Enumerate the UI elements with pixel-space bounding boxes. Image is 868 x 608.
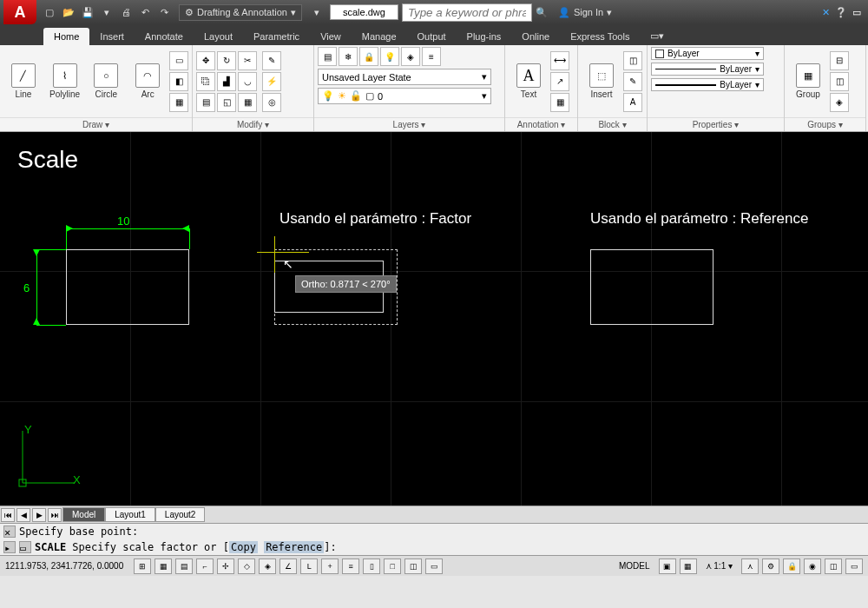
sb-tpy-icon[interactable]: ▯ bbox=[363, 558, 380, 574]
color-combo[interactable]: ByLayer▾ bbox=[651, 47, 764, 60]
sb-grid-icon[interactable]: ▤ bbox=[175, 558, 193, 574]
cmd-option-copy[interactable]: Copy bbox=[229, 541, 258, 553]
tool-table-icon[interactable]: ▦ bbox=[550, 93, 569, 112]
qat-dropdown-icon[interactable]: ▾ bbox=[308, 3, 326, 21]
sb-layout-icon[interactable]: ▣ bbox=[659, 558, 676, 574]
tab-output[interactable]: Output bbox=[407, 28, 457, 45]
app-logo[interactable]: A bbox=[3, 0, 36, 24]
exchange-icon[interactable]: ✕ bbox=[822, 7, 830, 18]
search-icon[interactable]: 🔍 bbox=[533, 3, 550, 21]
tool-line[interactable]: ╱Line bbox=[3, 60, 43, 102]
qat-saveas-icon[interactable]: ▾ bbox=[98, 3, 115, 21]
layout-nav-last-icon[interactable]: ⏭ bbox=[48, 508, 62, 522]
tool-group-edit-icon[interactable]: ◫ bbox=[830, 72, 849, 91]
tool-fillet-icon[interactable]: ◡ bbox=[238, 72, 257, 91]
panel-label-properties[interactable]: Properties ▾ bbox=[648, 117, 784, 131]
sb-ws-icon[interactable]: ⚙ bbox=[762, 558, 779, 574]
help-icon[interactable]: ❔ bbox=[835, 7, 847, 18]
sb-clean-icon[interactable]: ▭ bbox=[845, 558, 863, 574]
cmd-option-reference[interactable]: Reference bbox=[264, 541, 324, 553]
sb-3dosnap-icon[interactable]: ◈ bbox=[259, 558, 276, 574]
sb-polar-icon[interactable]: ✢ bbox=[217, 558, 234, 574]
layout-nav-prev-icon[interactable]: ◀ bbox=[16, 508, 30, 522]
tool-mirror-icon[interactable]: ▟ bbox=[217, 72, 236, 91]
tab-online[interactable]: Online bbox=[511, 28, 560, 45]
tool-copy-icon[interactable]: ⿻ bbox=[196, 72, 215, 91]
tool-group[interactable]: ▦Group bbox=[788, 60, 828, 102]
sb-annovis-icon[interactable]: ⋏ bbox=[741, 558, 759, 574]
qat-open-icon[interactable]: 📂 bbox=[60, 3, 77, 21]
sb-qview-icon[interactable]: ▦ bbox=[680, 558, 697, 574]
tool-group-sel-icon[interactable]: ◈ bbox=[830, 93, 849, 112]
status-annoscale[interactable]: ⋏ 1:1 ▾ bbox=[700, 561, 738, 571]
layout-nav-next-icon[interactable]: ▶ bbox=[32, 508, 46, 522]
status-coordinates[interactable]: 1211.9753, 2341.7726, 0.0000 bbox=[5, 561, 123, 571]
drawing-canvas[interactable]: Scale Usando el parámetro : Factor Usand… bbox=[0, 132, 868, 506]
panel-label-draw[interactable]: Draw ▾ bbox=[0, 117, 192, 131]
status-model[interactable]: MODEL bbox=[614, 561, 655, 571]
cmd-recent-icon[interactable]: ▭ bbox=[19, 541, 31, 553]
linetype-combo[interactable]: ByLayer▾ bbox=[651, 63, 764, 76]
tool-arc[interactable]: ◠Arc bbox=[128, 60, 168, 102]
layer-lock-icon[interactable]: 🔒 bbox=[359, 47, 378, 66]
sb-hw-icon[interactable]: ◉ bbox=[804, 558, 821, 574]
tab-plugins[interactable]: Plug-ins bbox=[457, 28, 512, 45]
sb-sc-icon[interactable]: ◫ bbox=[404, 558, 422, 574]
tool-move-icon[interactable]: ✥ bbox=[196, 51, 215, 70]
tool-create-block-icon[interactable]: ◫ bbox=[623, 51, 642, 70]
tool-insert[interactable]: ⬚Insert bbox=[582, 60, 621, 102]
qat-redo-icon[interactable]: ↷ bbox=[155, 3, 173, 21]
panel-label-layers[interactable]: Layers ▾ bbox=[314, 117, 504, 131]
layout-tab-layout2[interactable]: Layout2 bbox=[155, 507, 206, 522]
layout-tab-layout1[interactable]: Layout1 bbox=[105, 507, 155, 522]
search-input[interactable] bbox=[402, 3, 532, 22]
layout-tab-model[interactable]: Model bbox=[62, 507, 105, 522]
sb-otrack-icon[interactable]: ∠ bbox=[279, 558, 297, 574]
layer-freeze-icon[interactable]: ❄ bbox=[339, 47, 358, 66]
tab-annotate[interactable]: Annotate bbox=[135, 28, 194, 45]
panel-label-block[interactable]: Block ▾ bbox=[578, 117, 647, 131]
qat-undo-icon[interactable]: ↶ bbox=[136, 3, 154, 21]
sb-infer-icon[interactable]: ⊞ bbox=[134, 558, 151, 574]
tab-layout[interactable]: Layout bbox=[194, 28, 243, 45]
tool-rotate-icon[interactable]: ↻ bbox=[217, 51, 236, 70]
tool-stretch-icon[interactable]: ▤ bbox=[196, 93, 215, 112]
tool-erase-icon[interactable]: ✎ bbox=[262, 51, 281, 70]
sb-ortho-icon[interactable]: ⌐ bbox=[196, 558, 214, 574]
tool-polyline[interactable]: ⌇Polyline bbox=[45, 60, 85, 102]
layer-off-icon[interactable]: 💡 bbox=[380, 47, 399, 66]
tool-offset-icon[interactable]: ◎ bbox=[262, 93, 281, 112]
tool-attr-icon[interactable]: A bbox=[623, 93, 642, 112]
qat-new-icon[interactable]: ▢ bbox=[41, 3, 58, 21]
sb-snap-icon[interactable]: ▦ bbox=[155, 558, 172, 574]
lineweight-combo[interactable]: ByLayer▾ bbox=[651, 78, 764, 91]
tab-home[interactable]: Home bbox=[43, 28, 89, 45]
tool-ungroup-icon[interactable]: ⊟ bbox=[830, 51, 849, 70]
sb-dyn-icon[interactable]: + bbox=[321, 558, 339, 574]
sb-osnap-icon[interactable]: ◇ bbox=[238, 558, 255, 574]
workspace-selector[interactable]: ⚙ Drafting & Annotation ▾ bbox=[179, 4, 302, 21]
tool-dimension-icon[interactable]: ⟷ bbox=[550, 51, 569, 70]
sb-iso-icon[interactable]: ◫ bbox=[825, 558, 842, 574]
minimize-icon[interactable]: ▭ bbox=[852, 7, 861, 18]
tab-express[interactable]: Express Tools bbox=[560, 28, 640, 45]
tab-manage[interactable]: Manage bbox=[352, 28, 407, 45]
tab-view[interactable]: View bbox=[310, 28, 352, 45]
tool-circle[interactable]: ○Circle bbox=[87, 60, 127, 102]
layer-current-combo[interactable]: 💡☀🔓▢ 0▾ bbox=[318, 88, 491, 104]
sb-lwt-icon[interactable]: ≡ bbox=[342, 558, 359, 574]
layer-props-icon[interactable]: ▤ bbox=[318, 47, 337, 66]
layout-nav-first-icon[interactable]: ⏮ bbox=[1, 508, 15, 522]
sb-am-icon[interactable]: ▭ bbox=[425, 558, 443, 574]
draw-extra-icon[interactable]: ▦ bbox=[169, 93, 188, 112]
tool-text[interactable]: AText bbox=[509, 60, 549, 102]
tab-parametric[interactable]: Parametric bbox=[243, 28, 310, 45]
sb-lock-icon[interactable]: 🔒 bbox=[783, 558, 800, 574]
tool-trim-icon[interactable]: ✂ bbox=[238, 51, 257, 70]
panel-label-modify[interactable]: Modify ▾ bbox=[193, 117, 313, 131]
layer-match-icon[interactable]: ≡ bbox=[422, 47, 441, 66]
layer-iso-icon[interactable]: ◈ bbox=[401, 47, 420, 66]
tool-array-icon[interactable]: ▦ bbox=[238, 93, 257, 112]
command-line[interactable]: ✕ Specify base point: ▸ ▭ SCALE Specify … bbox=[0, 523, 868, 555]
panel-label-annotation[interactable]: Annotation ▾ bbox=[505, 117, 577, 131]
